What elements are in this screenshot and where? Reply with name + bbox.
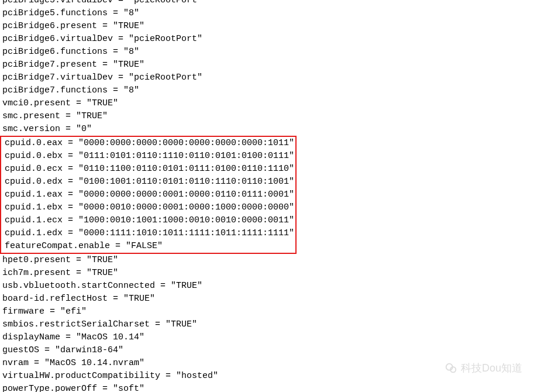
config-line: pciBridge7.functions = "8" bbox=[0, 84, 534, 97]
config-line: ich7m.present = "TRUE" bbox=[0, 267, 534, 280]
config-line: pciBridge6.virtualDev = "pcieRootPort" bbox=[0, 33, 534, 46]
config-line: pciBridge5.functions = "8" bbox=[0, 7, 534, 20]
config-line: smc.version = "0" bbox=[0, 123, 534, 136]
config-line: smc.present = "TRUE" bbox=[0, 110, 534, 123]
config-line: usb.vbluetooth.startConnected = "TRUE" bbox=[0, 280, 534, 293]
config-line: cpuid.0.ebx = "0111:0101:0110:1110:0110:… bbox=[2, 150, 294, 163]
config-line: board-id.reflectHost = "TRUE" bbox=[0, 293, 534, 305]
config-line: cpuid.0.edx = "0100:1001:0110:0101:0110:… bbox=[2, 176, 294, 188]
config-line: pciBridge5.virtualDev = "pcieRootPort" bbox=[0, 0, 534, 7]
config-line: guestOS = "darwin18-64" bbox=[0, 344, 534, 357]
config-line: cpuid.1.edx = "0000:1111:1010:1011:1111:… bbox=[2, 227, 294, 240]
config-line: displayName = "MacOS 10.14" bbox=[0, 331, 534, 344]
config-line: cpuid.1.eax = "0000:0000:0000:0001:0000:… bbox=[2, 188, 294, 201]
config-line: cpuid.1.ecx = "1000:0010:1001:1000:0010:… bbox=[2, 214, 294, 227]
wechat-icon bbox=[445, 362, 457, 374]
highlight-box: cpuid.0.eax = "0000:0000:0000:0000:0000:… bbox=[0, 136, 297, 254]
config-line: featureCompat.enable = "FALSE" bbox=[2, 240, 294, 253]
watermark-text: 科技Dou知道 bbox=[461, 362, 522, 374]
config-line: hpet0.present = "TRUE" bbox=[0, 254, 534, 267]
config-line: cpuid.1.ebx = "0000:0010:0000:0001:0000:… bbox=[2, 201, 294, 214]
config-line: pciBridge7.virtualDev = "pcieRootPort" bbox=[0, 71, 534, 84]
config-line: smbios.restrictSerialCharset = "TRUE" bbox=[0, 318, 534, 331]
config-line: powerType.powerOff = "soft" bbox=[0, 383, 534, 392]
config-line: cpuid.0.eax = "0000:0000:0000:0000:0000:… bbox=[2, 137, 294, 150]
watermark: 科技Dou知道 bbox=[445, 362, 522, 374]
config-line: pciBridge6.functions = "8" bbox=[0, 46, 534, 59]
config-line: vmci0.present = "TRUE" bbox=[0, 97, 534, 110]
config-block-before: pciBridge5.virtualDev = "pcieRootPort" p… bbox=[0, 0, 534, 136]
config-line: firmware = "efi" bbox=[0, 305, 534, 318]
config-line: cpuid.0.ecx = "0110:1100:0110:0101:0111:… bbox=[2, 163, 294, 176]
config-line: pciBridge7.present = "TRUE" bbox=[0, 59, 534, 71]
config-line: pciBridge6.present = "TRUE" bbox=[0, 20, 534, 33]
